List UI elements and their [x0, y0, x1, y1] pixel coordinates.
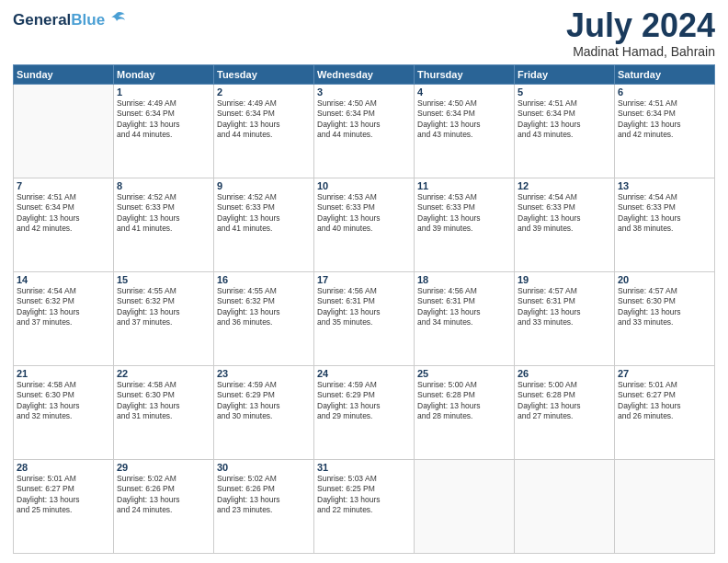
location: Madinat Hamad, Bahrain — [566, 44, 715, 59]
day-number: 26 — [518, 368, 611, 379]
weekday-header-sunday: Sunday — [14, 65, 114, 85]
cell-text: Sunrise: 4:54 AMSunset: 6:33 PMDaylight:… — [518, 192, 611, 235]
calendar-cell: 19Sunrise: 4:57 AMSunset: 6:31 PMDayligh… — [515, 272, 615, 366]
day-number: 1 — [117, 86, 210, 98]
cell-text: Sunrise: 4:50 AMSunset: 6:34 PMDaylight:… — [417, 98, 511, 141]
weekday-header-wednesday: Wednesday — [314, 65, 415, 85]
cell-text: Sunrise: 4:54 AMSunset: 6:33 PMDaylight:… — [618, 192, 711, 235]
month-title: July 2024 — [566, 9, 715, 42]
week-row-4: 21Sunrise: 4:58 AMSunset: 6:30 PMDayligh… — [14, 366, 715, 460]
day-number: 23 — [217, 368, 311, 379]
day-number: 5 — [518, 86, 611, 98]
cell-text: Sunrise: 5:01 AMSunset: 6:27 PMDaylight:… — [618, 380, 711, 422]
calendar-cell: 16Sunrise: 4:55 AMSunset: 6:32 PMDayligh… — [214, 272, 314, 366]
cell-text: Sunrise: 4:51 AMSunset: 6:34 PMDaylight:… — [618, 98, 711, 141]
cell-text: Sunrise: 5:03 AMSunset: 6:25 PMDaylight:… — [317, 474, 411, 516]
day-number: 11 — [417, 180, 511, 191]
day-number: 17 — [317, 274, 411, 285]
logo: GeneralBlue — [13, 9, 127, 32]
calendar-cell: 20Sunrise: 4:57 AMSunset: 6:30 PMDayligh… — [615, 272, 715, 366]
calendar-cell — [415, 460, 515, 554]
day-number: 4 — [417, 86, 511, 98]
cell-text: Sunrise: 4:51 AMSunset: 6:34 PMDaylight:… — [17, 192, 110, 235]
cell-text: Sunrise: 4:57 AMSunset: 6:31 PMDaylight:… — [518, 286, 611, 328]
weekday-header-tuesday: Tuesday — [214, 65, 314, 85]
calendar-cell: 14Sunrise: 4:54 AMSunset: 6:32 PMDayligh… — [14, 272, 114, 366]
weekday-header-row: SundayMondayTuesdayWednesdayThursdayFrid… — [14, 65, 715, 85]
cell-text: Sunrise: 4:58 AMSunset: 6:30 PMDaylight:… — [117, 380, 210, 422]
calendar-cell — [515, 460, 615, 554]
day-number: 8 — [117, 180, 210, 191]
day-number: 9 — [217, 180, 311, 191]
calendar-cell: 13Sunrise: 4:54 AMSunset: 6:33 PMDayligh… — [615, 178, 715, 272]
calendar-cell: 27Sunrise: 5:01 AMSunset: 6:27 PMDayligh… — [615, 366, 715, 460]
calendar-cell: 1Sunrise: 4:49 AMSunset: 6:34 PMDaylight… — [114, 85, 214, 178]
cell-text: Sunrise: 4:58 AMSunset: 6:30 PMDaylight:… — [17, 380, 110, 422]
cell-text: Sunrise: 4:59 AMSunset: 6:29 PMDaylight:… — [317, 380, 411, 422]
calendar-cell: 31Sunrise: 5:03 AMSunset: 6:25 PMDayligh… — [314, 460, 415, 554]
day-number: 29 — [117, 462, 210, 473]
calendar-cell — [14, 85, 114, 178]
calendar-table: SundayMondayTuesdayWednesdayThursdayFrid… — [13, 64, 715, 554]
logo-text: GeneralBlue — [13, 12, 105, 29]
cell-text: Sunrise: 4:52 AMSunset: 6:33 PMDaylight:… — [117, 192, 210, 235]
cell-text: Sunrise: 4:56 AMSunset: 6:31 PMDaylight:… — [417, 286, 511, 328]
day-number: 20 — [618, 274, 711, 285]
cell-text: Sunrise: 4:53 AMSunset: 6:33 PMDaylight:… — [417, 192, 511, 235]
page: GeneralBlue July 2024 Madinat Hamad, Bah… — [0, 0, 728, 563]
calendar-cell: 25Sunrise: 5:00 AMSunset: 6:28 PMDayligh… — [415, 366, 515, 460]
day-number: 25 — [417, 368, 511, 379]
day-number: 18 — [417, 274, 511, 285]
weekday-header-monday: Monday — [114, 65, 214, 85]
header: GeneralBlue July 2024 Madinat Hamad, Bah… — [13, 9, 715, 59]
day-number: 15 — [117, 274, 210, 285]
cell-text: Sunrise: 4:55 AMSunset: 6:32 PMDaylight:… — [117, 286, 210, 328]
calendar-cell: 18Sunrise: 4:56 AMSunset: 6:31 PMDayligh… — [415, 272, 515, 366]
cell-text: Sunrise: 5:02 AMSunset: 6:26 PMDaylight:… — [117, 474, 210, 516]
cell-text: Sunrise: 5:02 AMSunset: 6:26 PMDaylight:… — [217, 474, 311, 516]
calendar-cell: 10Sunrise: 4:53 AMSunset: 6:33 PMDayligh… — [314, 178, 415, 272]
calendar-cell: 8Sunrise: 4:52 AMSunset: 6:33 PMDaylight… — [114, 178, 214, 272]
calendar-cell: 11Sunrise: 4:53 AMSunset: 6:33 PMDayligh… — [415, 178, 515, 272]
weekday-header-thursday: Thursday — [415, 65, 515, 85]
calendar-cell — [615, 460, 715, 554]
day-number: 6 — [618, 86, 711, 98]
day-number: 28 — [17, 462, 110, 473]
day-number: 19 — [518, 274, 611, 285]
calendar-cell: 5Sunrise: 4:51 AMSunset: 6:34 PMDaylight… — [515, 85, 615, 178]
cell-text: Sunrise: 5:00 AMSunset: 6:28 PMDaylight:… — [518, 380, 611, 422]
calendar-cell: 2Sunrise: 4:49 AMSunset: 6:34 PMDaylight… — [214, 85, 314, 178]
cell-text: Sunrise: 4:55 AMSunset: 6:32 PMDaylight:… — [217, 286, 311, 328]
calendar-cell: 6Sunrise: 4:51 AMSunset: 6:34 PMDaylight… — [615, 85, 715, 178]
cell-text: Sunrise: 4:57 AMSunset: 6:30 PMDaylight:… — [618, 286, 711, 328]
day-number: 22 — [117, 368, 210, 379]
cell-text: Sunrise: 4:51 AMSunset: 6:34 PMDaylight:… — [518, 98, 611, 141]
week-row-5: 28Sunrise: 5:01 AMSunset: 6:27 PMDayligh… — [14, 460, 715, 554]
day-number: 27 — [618, 368, 711, 379]
day-number: 21 — [17, 368, 110, 379]
weekday-header-friday: Friday — [515, 65, 615, 85]
calendar-cell: 21Sunrise: 4:58 AMSunset: 6:30 PMDayligh… — [14, 366, 114, 460]
calendar-cell: 7Sunrise: 4:51 AMSunset: 6:34 PMDaylight… — [14, 178, 114, 272]
day-number: 7 — [17, 180, 110, 191]
calendar-cell: 23Sunrise: 4:59 AMSunset: 6:29 PMDayligh… — [214, 366, 314, 460]
calendar-cell: 30Sunrise: 5:02 AMSunset: 6:26 PMDayligh… — [214, 460, 314, 554]
calendar-cell: 9Sunrise: 4:52 AMSunset: 6:33 PMDaylight… — [214, 178, 314, 272]
cell-text: Sunrise: 4:50 AMSunset: 6:34 PMDaylight:… — [317, 98, 411, 141]
day-number: 12 — [518, 180, 611, 191]
calendar-cell: 17Sunrise: 4:56 AMSunset: 6:31 PMDayligh… — [314, 272, 415, 366]
cell-text: Sunrise: 5:00 AMSunset: 6:28 PMDaylight:… — [417, 380, 511, 422]
cell-text: Sunrise: 5:01 AMSunset: 6:27 PMDaylight:… — [17, 474, 110, 516]
day-number: 3 — [317, 86, 411, 98]
calendar-cell: 4Sunrise: 4:50 AMSunset: 6:34 PMDaylight… — [415, 85, 515, 178]
cell-text: Sunrise: 4:52 AMSunset: 6:33 PMDaylight:… — [217, 192, 311, 235]
day-number: 24 — [317, 368, 411, 379]
week-row-3: 14Sunrise: 4:54 AMSunset: 6:32 PMDayligh… — [14, 272, 715, 366]
day-number: 2 — [217, 86, 311, 98]
calendar-cell: 12Sunrise: 4:54 AMSunset: 6:33 PMDayligh… — [515, 178, 615, 272]
day-number: 16 — [217, 274, 311, 285]
cell-text: Sunrise: 4:49 AMSunset: 6:34 PMDaylight:… — [117, 98, 210, 141]
day-number: 31 — [317, 462, 411, 473]
calendar-cell: 28Sunrise: 5:01 AMSunset: 6:27 PMDayligh… — [14, 460, 114, 554]
calendar-cell: 22Sunrise: 4:58 AMSunset: 6:30 PMDayligh… — [114, 366, 214, 460]
